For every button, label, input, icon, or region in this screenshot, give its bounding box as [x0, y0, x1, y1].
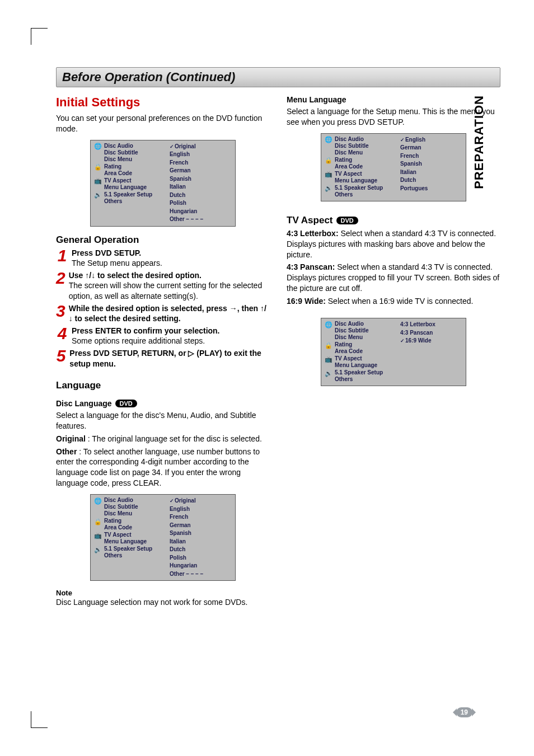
osd-option: Spanish [170, 529, 232, 538]
disc-language-other: Other : To select another language, use … [56, 447, 270, 489]
osd-group-icon: 🔒 [325, 341, 332, 349]
osd-menu-item: Disc Menu [335, 334, 369, 340]
menu-language-body: Select a language for the Setup menu. Th… [287, 106, 500, 128]
osd-tv-aspect: 🌐Disc AudioDisc SubtitleDisc Menu🔒Rating… [321, 318, 466, 386]
step-body: While the desired option is selected, pr… [69, 303, 270, 323]
general-operation-heading: General Operation [56, 234, 270, 246]
tv-aspect-item: 4:3 Letterbox: Select when a standard 4:… [287, 228, 500, 260]
osd-option: English [400, 136, 462, 144]
osd-menu-item: Disc Menu [104, 156, 138, 162]
tv-aspect-item: 4:3 Panscan: Select when a standard 4:3 … [287, 262, 500, 294]
osd-menu-item: Rating [335, 341, 363, 348]
osd-option: German [170, 522, 232, 530]
osd-option: Italian [170, 183, 232, 191]
side-tab-label: PREPARATION [472, 95, 486, 189]
disc-language-body: Select a language for the disc's Menu, A… [56, 410, 270, 431]
osd-menu-item: Others [335, 191, 383, 198]
step-number: 5 [56, 348, 66, 363]
osd-option: Hungarian [170, 562, 232, 570]
osd-option: Portugues [400, 185, 462, 193]
osd-group-icon: 🔊 [325, 185, 332, 192]
osd-menu-item: Area Code [335, 348, 363, 354]
step-number: 2 [56, 270, 65, 285]
osd-option: Spanish [400, 160, 462, 168]
osd-option: 16:9 Wide [400, 337, 462, 345]
manual-page: PREPARATION Before Operation (Continued)… [0, 0, 534, 756]
step-body: Press ENTER to confirm your selection.So… [72, 326, 220, 346]
osd-menu-item: Disc Audio [104, 497, 138, 503]
osd-option: Original [170, 143, 232, 151]
osd-menu-item: 5.1 Speaker Setup [335, 185, 383, 191]
osd-group-icon: 📺 [94, 177, 102, 185]
disc-language-original: Original : The original language set for… [56, 434, 270, 444]
crop-mark [31, 711, 48, 728]
dvd-badge: DVD [115, 400, 137, 407]
note-label: Note [56, 589, 270, 597]
disc-language-heading: Disc Language DVD [56, 399, 270, 408]
left-column: Initial Settings You can set your person… [56, 95, 270, 610]
osd-menu-item: Others [335, 376, 383, 382]
osd-option: Polish [170, 554, 232, 562]
menu-language-heading: Menu Language [287, 95, 500, 104]
osd-option: Original [170, 497, 232, 505]
osd-menu-language: 🌐Disc AudioDisc SubtitleDisc Menu🔒Rating… [321, 133, 466, 201]
osd-menu-item: Disc Subtitle [335, 143, 369, 149]
osd-menu-item: TV Aspect [104, 532, 147, 538]
osd-option: Hungarian [170, 208, 232, 216]
osd-group-icon: 🔒 [94, 518, 102, 525]
osd-group-icon: 🔒 [94, 163, 102, 171]
osd-option: 4:3 Panscan [400, 329, 462, 337]
step: 5Press DVD SETUP, RETURN, or ▷ (PLAY) to… [56, 348, 270, 368]
osd-option: French [170, 513, 232, 522]
crop-mark [31, 28, 48, 45]
osd-option: Italian [170, 538, 232, 546]
osd-menu-item: Rating [335, 157, 363, 163]
step-body: Use ↑/↓ to select the desired option.The… [69, 270, 270, 301]
step-number: 3 [56, 303, 65, 318]
osd-menu-item: Rating [104, 163, 132, 170]
osd-menu-item: Others [104, 552, 152, 558]
step-body: Press DVD SETUP.The Setup menu appears. [72, 248, 162, 268]
step-number: 1 [56, 248, 68, 263]
osd-option: 4:3 Letterbox [400, 321, 462, 329]
osd-group-icon: 🔊 [94, 546, 102, 553]
osd-option: Italian [400, 168, 462, 177]
steps-list: 1Press DVD SETUP.The Setup menu appears.… [56, 248, 270, 369]
language-heading: Language [56, 380, 270, 391]
step-number: 4 [56, 326, 68, 341]
osd-menu-item: Disc Audio [335, 136, 369, 142]
osd-group-icon: 🌐 [325, 136, 332, 144]
step: 3While the desired option is selected, p… [56, 303, 270, 323]
section-title-bar: Before Operation (Continued) [56, 67, 500, 87]
osd-menu-item: Disc Menu [104, 510, 138, 516]
osd-option: English [170, 151, 232, 159]
osd-option: French [170, 159, 232, 167]
osd-disc-language: 🌐Disc AudioDisc SubtitleDisc Menu🔒Rating… [90, 494, 236, 581]
osd-menu-item: Area Code [104, 524, 132, 530]
page-number: 19 [456, 707, 472, 717]
osd-group-icon: 🔒 [325, 157, 332, 165]
osd-menu-item: TV Aspect [335, 171, 377, 177]
osd-menu-item: Menu Language [335, 362, 377, 368]
osd-menu-item: Menu Language [335, 177, 377, 184]
osd-menu-item: TV Aspect [104, 177, 147, 184]
tv-aspect-heading: TV Aspect DVD [287, 215, 500, 226]
osd-option: German [170, 167, 232, 175]
osd-menu-item: 5.1 Speaker Setup [104, 546, 152, 552]
osd-menu-item: Disc Subtitle [104, 149, 138, 156]
osd-group-icon: 🌐 [325, 321, 332, 328]
osd-group-icon: 🌐 [94, 497, 102, 505]
osd-group-icon: 📺 [325, 355, 332, 363]
osd-option: Dutch [170, 546, 232, 554]
osd-menu-item: 5.1 Speaker Setup [335, 369, 383, 375]
osd-menu-item: 5.1 Speaker Setup [104, 191, 152, 198]
osd-option: Dutch [170, 191, 232, 200]
osd-option: Other – – – – [170, 215, 232, 224]
osd-option: Dutch [400, 176, 462, 185]
step: 1Press DVD SETUP.The Setup menu appears. [56, 248, 270, 268]
osd-menu-item: TV Aspect [335, 355, 377, 361]
content-columns: Initial Settings You can set your person… [56, 95, 500, 610]
step: 2Use ↑/↓ to select the desired option.Th… [56, 270, 270, 301]
osd-menu-item: Menu Language [104, 538, 147, 544]
osd-option: Other – – – – [170, 570, 232, 579]
